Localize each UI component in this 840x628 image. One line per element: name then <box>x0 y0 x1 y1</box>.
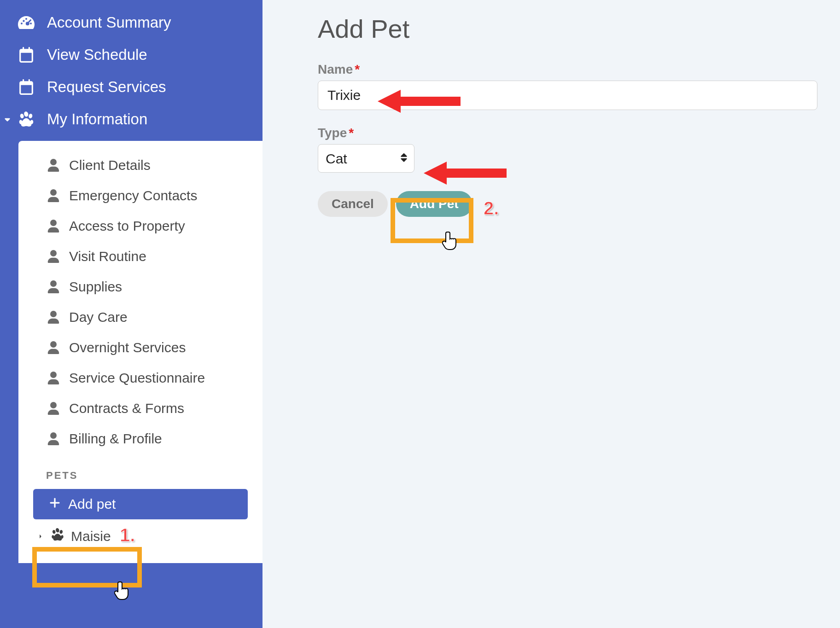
paw-icon <box>51 528 64 545</box>
nav-label: Account Summary <box>47 14 171 31</box>
user-icon <box>46 220 61 233</box>
sidebar: Account Summary View Schedule Request Se… <box>0 0 262 628</box>
field-type: Type* Cat <box>318 126 817 173</box>
user-icon <box>46 250 61 263</box>
caret-down-icon <box>3 115 12 123</box>
sub-visit-routine[interactable]: Visit Routine <box>18 241 262 272</box>
sub-supplies[interactable]: Supplies <box>18 272 262 302</box>
nav-my-information[interactable]: My Information <box>0 103 262 135</box>
sub-access-property[interactable]: Access to Property <box>18 211 262 241</box>
required-asterisk: * <box>355 62 360 76</box>
add-pet-submit-button[interactable]: Add Pet <box>396 191 472 217</box>
page-title: Add Pet <box>318 14 817 44</box>
user-icon <box>46 402 61 415</box>
nav-label: View Schedule <box>47 46 147 64</box>
gauge-icon <box>18 14 35 31</box>
cancel-button[interactable]: Cancel <box>318 191 388 217</box>
user-icon <box>46 341 61 354</box>
nav-request-services[interactable]: Request Services <box>0 71 262 103</box>
required-asterisk: * <box>349 126 354 140</box>
add-pet-button[interactable]: Add pet <box>33 489 248 519</box>
user-icon <box>46 280 61 293</box>
sub-emergency-contacts[interactable]: Emergency Contacts <box>18 180 262 211</box>
user-icon <box>46 159 61 172</box>
sub-billing-profile[interactable]: Billing & Profile <box>18 424 262 454</box>
pets-section-header: PETS <box>18 454 262 485</box>
paw-icon <box>18 111 35 128</box>
my-information-subpanel: Client Details Emergency Contacts Access… <box>18 141 262 563</box>
calendar-icon <box>18 47 35 63</box>
sub-item-label: Client Details <box>69 157 151 173</box>
nav-account-summary[interactable]: Account Summary <box>0 6 262 39</box>
sub-item-label: Billing & Profile <box>69 431 162 447</box>
caret-right-icon <box>37 533 44 540</box>
sub-item-label: Overnight Services <box>69 340 186 355</box>
add-pet-label: Add pet <box>68 496 116 512</box>
calendar-icon <box>18 79 35 95</box>
type-label: Type* <box>318 126 817 140</box>
main-content: Add Pet Name* Type* Cat Cancel Add Pet <box>262 0 840 628</box>
name-input[interactable] <box>318 81 817 110</box>
field-name: Name* <box>318 62 817 110</box>
sub-item-label: Supplies <box>69 279 122 295</box>
pet-name-label: Maisie <box>71 529 111 544</box>
user-icon <box>46 189 61 202</box>
type-label-text: Type <box>318 126 347 140</box>
sub-item-label: Access to Property <box>69 218 185 234</box>
sub-client-details[interactable]: Client Details <box>18 150 262 180</box>
nav-view-schedule[interactable]: View Schedule <box>0 39 262 71</box>
sub-item-label: Emergency Contacts <box>69 188 197 204</box>
name-label-text: Name <box>318 62 353 76</box>
sub-item-label: Contracts & Forms <box>69 401 184 416</box>
sub-service-questionnaire[interactable]: Service Questionnaire <box>18 363 262 393</box>
sub-day-care[interactable]: Day Care <box>18 302 262 332</box>
name-label: Name* <box>318 62 817 77</box>
sub-item-label: Day Care <box>69 309 128 325</box>
form-actions: Cancel Add Pet <box>318 191 817 217</box>
sub-item-label: Service Questionnaire <box>69 370 205 386</box>
sub-item-label: Visit Routine <box>69 249 146 264</box>
nav-label: Request Services <box>47 78 166 96</box>
plus-icon <box>49 496 61 512</box>
user-icon <box>46 372 61 384</box>
user-icon <box>46 311 61 324</box>
sub-overnight-services[interactable]: Overnight Services <box>18 332 262 363</box>
pet-item-maisie[interactable]: Maisie <box>18 519 262 545</box>
sub-contracts-forms[interactable]: Contracts & Forms <box>18 393 262 424</box>
nav-label: My Information <box>47 110 147 128</box>
user-icon <box>46 432 61 445</box>
type-select[interactable]: Cat <box>318 144 414 173</box>
